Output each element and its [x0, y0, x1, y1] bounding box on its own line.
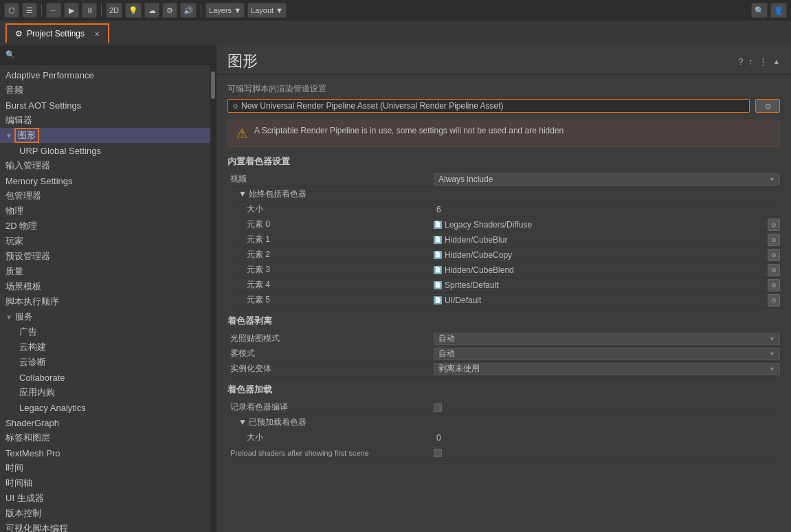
sidebar-item-quality[interactable]: 质量: [0, 264, 210, 279]
sidebar-item-label: 云构建: [19, 341, 46, 353]
chevron-down-icon: ▼: [769, 351, 775, 357]
asset-target-btn-3[interactable]: ⊙: [768, 264, 780, 276]
toolbar-sep-3: [201, 4, 201, 16]
sidebar-item-player[interactable]: 玩家: [0, 234, 210, 249]
sidebar-item-audio[interactable]: 音频: [0, 82, 210, 98]
sidebar-item-textmesh[interactable]: TextMesh Pro: [0, 445, 210, 461]
checkbox-log-compile[interactable]: [434, 403, 442, 412]
asset-target-btn-2[interactable]: ⊙: [768, 249, 780, 261]
sidebar-item-memory[interactable]: Memory Settings: [0, 173, 210, 188]
play-btn[interactable]: ▶: [64, 3, 79, 18]
pause-btn[interactable]: ⏸: [82, 3, 97, 18]
sidebar-item-cloudbuild[interactable]: 云构建: [0, 340, 210, 355]
pipeline-icon: ⚙: [232, 102, 238, 110]
asset-target-btn-1[interactable]: ⊙: [768, 234, 780, 246]
light-btn[interactable]: 💡: [125, 3, 142, 18]
effects-btn[interactable]: ⚙: [162, 3, 177, 18]
sidebar-item-label: 图形: [15, 129, 38, 142]
row-label-size: 大小: [227, 203, 434, 215]
top-toolbar: ⬡ ☰ ← ▶ ⏸ 2D 💡 ☁ ⚙ 🔊 Layers ▼ Layout ▼ 🔍…: [0, 0, 791, 21]
account-btn[interactable]: 👤: [770, 3, 787, 18]
settings-row-size: 大小 6: [227, 202, 780, 217]
layers-btn[interactable]: Layers ▼: [205, 3, 245, 18]
cloud-btn[interactable]: ☁: [144, 3, 159, 18]
dropdown-fog[interactable]: 自动 ▼: [434, 348, 780, 360]
sidebar-item-editor[interactable]: 编辑器: [0, 113, 210, 128]
sidebar-item-timeline[interactable]: 时间轴: [0, 476, 210, 491]
asset-target-btn-5[interactable]: ⊙: [768, 294, 780, 307]
expand-preload-icon[interactable]: ▼ 已预加载着色器: [238, 417, 434, 428]
warning-icon: ⚠: [236, 126, 247, 141]
sidebar-search-bar: 🔍: [0, 45, 216, 65]
warning-text: A Scriptable Render Pipeline is in use, …: [254, 126, 564, 135]
sidebar-item-scene[interactable]: 场景模板: [0, 279, 210, 294]
help-icon[interactable]: ?: [738, 56, 743, 67]
asset-target-btn-0[interactable]: ⊙: [768, 219, 780, 231]
menu-btn[interactable]: ☰: [22, 3, 37, 18]
shader-icon-1: 📄: [434, 236, 442, 244]
sidebar-item-shadergraph[interactable]: ShaderGraph: [0, 415, 210, 430]
sidebar-item-services[interactable]: ▼ 服务: [0, 309, 210, 324]
sidebar-search-input[interactable]: [18, 50, 210, 60]
sidebar-item-preset[interactable]: 预设管理器: [0, 249, 210, 264]
sidebar-item-time[interactable]: 时间: [0, 461, 210, 476]
sidebar-item-clouddiag[interactable]: 云诊断: [0, 355, 210, 370]
back-btn[interactable]: ←: [46, 3, 61, 18]
sidebar-item-adaptive[interactable]: Adaptive Performance: [0, 67, 210, 82]
2d-btn[interactable]: 2D: [106, 3, 122, 18]
pipeline-target-btn[interactable]: ⊙: [755, 99, 780, 113]
dropdown-lightmap[interactable]: 自动 ▼: [434, 333, 780, 345]
sidebar-item-package[interactable]: 包管理器: [0, 188, 210, 203]
sidebar-scrollbar[interactable]: [210, 65, 216, 532]
sidebar-item-label: 玩家: [5, 235, 23, 247]
row-label-elem1: 元素 1: [227, 234, 434, 245]
project-settings-tab[interactable]: ⚙ Project Settings ✕: [5, 23, 109, 43]
row-value-lightmap: 自动 ▼: [434, 333, 780, 345]
sidebar-item-vcs[interactable]: 版本控制: [0, 506, 210, 521]
expand-icon[interactable]: ▼ 始终包括着色器: [238, 188, 434, 200]
settings-row-instancing: 实例化变体 剥离未使用 ▼: [227, 362, 780, 377]
sidebar-item-input[interactable]: 输入管理器: [0, 158, 210, 173]
row-label-preload-size: 大小: [227, 432, 434, 443]
sidebar-item-legacy[interactable]: Legacy Analytics: [0, 400, 210, 415]
sidebar-item-script[interactable]: 脚本执行顺序: [0, 294, 210, 309]
settings-row-preload-header: ▼ 已预加载着色器: [227, 415, 780, 430]
checkbox-preload-scene[interactable]: [434, 449, 442, 457]
settings-row-elem2: 元素 2 📄 Hidden/CubeCopy ⊙: [227, 247, 780, 263]
layout-btn[interactable]: Layout ▼: [247, 3, 287, 18]
asset-target-btn-4[interactable]: ⊙: [768, 279, 780, 291]
asset-label-4: Sprites/Default: [445, 280, 499, 290]
sidebar-item-tags[interactable]: 标签和图层: [0, 430, 210, 445]
pipeline-field[interactable]: ⚙ New Universal Render Pipeline Asset (U…: [227, 99, 750, 113]
sidebar-item-graphics[interactable]: ▼ 图形: [0, 128, 210, 143]
sidebar-item-urp[interactable]: URP Global Settings: [0, 143, 210, 158]
row-label-elem4: 元素 4: [227, 279, 434, 291]
sidebar-item-collaborate[interactable]: Collaborate: [0, 370, 210, 385]
dropdown-video[interactable]: Always include ▼: [434, 173, 780, 186]
search-btn[interactable]: 🔍: [751, 3, 768, 18]
size-value: 6: [434, 205, 441, 214]
close-icon[interactable]: ✕: [94, 30, 100, 38]
dropdown-instancing[interactable]: 剥离未使用 ▼: [434, 363, 780, 375]
sidebar-item-label: URP Global Settings: [19, 146, 101, 156]
row-value-elem3: 📄 Hidden/CubeBlend ⊙: [434, 264, 780, 276]
sidebar-item-label: 标签和图层: [5, 432, 50, 444]
more-icon[interactable]: ⋮: [759, 56, 768, 67]
sidebar-item-uigen[interactable]: UI 生成器: [0, 491, 210, 506]
sidebar: 🔍 Adaptive Performance 音频 Burst AOT Sett…: [0, 45, 216, 532]
unity-logo-btn[interactable]: ⬡: [4, 3, 19, 18]
sidebar-item-physics2d[interactable]: 2D 物理: [0, 219, 210, 234]
sidebar-item-physics[interactable]: 物理: [0, 203, 210, 219]
pipeline-row: ⚙ New Universal Render Pipeline Asset (U…: [227, 99, 780, 113]
scroll-top-icon[interactable]: ▲: [773, 58, 780, 65]
asset-label-1: Hidden/CubeBlur: [445, 235, 507, 245]
asset-item-2: 📄 Hidden/CubeCopy: [434, 250, 765, 260]
sidebar-item-ads[interactable]: 广告: [0, 324, 210, 340]
audio-btn[interactable]: 🔊: [180, 3, 197, 18]
row-value-preload-size: 0: [434, 433, 780, 443]
sidebar-item-burst[interactable]: Burst AOT Settings: [0, 98, 210, 113]
sidebar-item-iap[interactable]: 应用内购: [0, 385, 210, 400]
sidebar-item-visualscript[interactable]: 可视化脚本编程: [0, 521, 210, 532]
sidebar-item-label: 时间轴: [5, 477, 32, 489]
upload-icon[interactable]: ↑: [749, 56, 754, 67]
